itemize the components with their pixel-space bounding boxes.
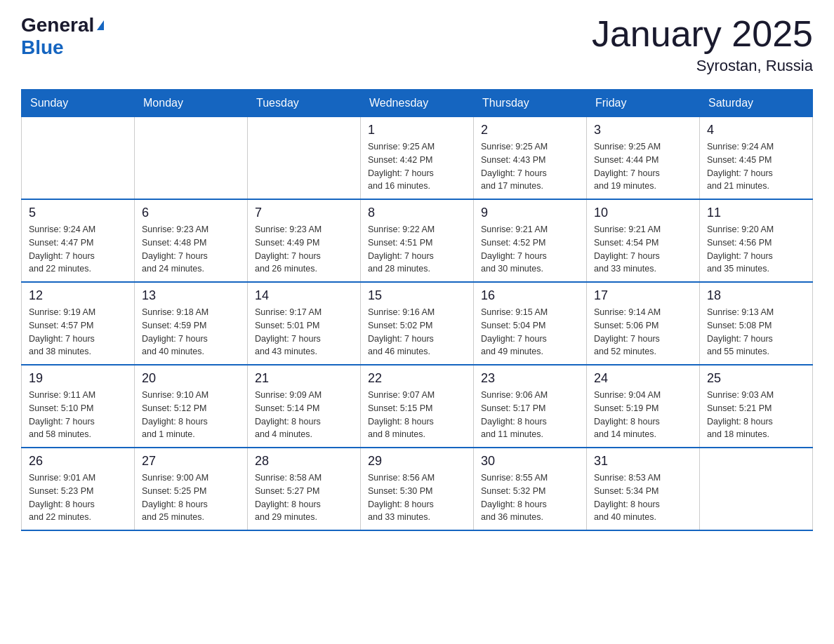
day-number: 14	[255, 288, 353, 303]
calendar-cell: 26Sunrise: 9:01 AM Sunset: 5:23 PM Dayli…	[22, 448, 135, 530]
day-info: Sunrise: 9:04 AM Sunset: 5:19 PM Dayligh…	[594, 389, 692, 441]
calendar-title: January 2025	[592, 14, 813, 54]
title-section: January 2025 Syrostan, Russia	[592, 14, 813, 75]
day-number: 21	[255, 371, 353, 386]
calendar-cell: 11Sunrise: 9:20 AM Sunset: 4:56 PM Dayli…	[700, 199, 813, 282]
day-number: 13	[142, 288, 240, 303]
day-info: Sunrise: 9:21 AM Sunset: 4:54 PM Dayligh…	[594, 223, 692, 276]
day-number: 28	[255, 454, 353, 469]
header-sunday: Sunday	[22, 90, 135, 117]
week-row-3: 12Sunrise: 9:19 AM Sunset: 4:57 PM Dayli…	[22, 282, 813, 365]
day-number: 26	[29, 454, 127, 469]
day-number: 16	[481, 288, 579, 303]
calendar-cell: 16Sunrise: 9:15 AM Sunset: 5:04 PM Dayli…	[474, 282, 587, 365]
day-info: Sunrise: 9:25 AM Sunset: 4:42 PM Dayligh…	[368, 140, 466, 193]
calendar-header-row: SundayMondayTuesdayWednesdayThursdayFrid…	[22, 90, 813, 117]
calendar-cell: 10Sunrise: 9:21 AM Sunset: 4:54 PM Dayli…	[587, 199, 700, 282]
day-number: 20	[142, 371, 240, 386]
calendar-cell: 3Sunrise: 9:25 AM Sunset: 4:44 PM Daylig…	[587, 117, 700, 200]
day-info: Sunrise: 9:16 AM Sunset: 5:02 PM Dayligh…	[368, 306, 466, 358]
calendar-cell: 15Sunrise: 9:16 AM Sunset: 5:02 PM Dayli…	[361, 282, 474, 365]
day-info: Sunrise: 9:03 AM Sunset: 5:21 PM Dayligh…	[707, 389, 805, 441]
week-row-2: 5Sunrise: 9:24 AM Sunset: 4:47 PM Daylig…	[22, 199, 813, 282]
calendar-cell: 29Sunrise: 8:56 AM Sunset: 5:30 PM Dayli…	[361, 448, 474, 530]
day-info: Sunrise: 9:13 AM Sunset: 5:08 PM Dayligh…	[707, 306, 805, 358]
calendar-cell: 8Sunrise: 9:22 AM Sunset: 4:51 PM Daylig…	[361, 199, 474, 282]
calendar-table: SundayMondayTuesdayWednesdayThursdayFrid…	[21, 89, 813, 531]
day-info: Sunrise: 9:14 AM Sunset: 5:06 PM Dayligh…	[594, 306, 692, 358]
logo-general-text: General	[21, 14, 94, 36]
day-number: 4	[707, 123, 805, 137]
calendar-cell: 28Sunrise: 8:58 AM Sunset: 5:27 PM Dayli…	[248, 448, 361, 530]
day-number: 24	[594, 371, 692, 386]
calendar-cell: 31Sunrise: 8:53 AM Sunset: 5:34 PM Dayli…	[587, 448, 700, 530]
day-number: 11	[707, 206, 805, 220]
calendar-cell: 4Sunrise: 9:24 AM Sunset: 4:45 PM Daylig…	[700, 117, 813, 200]
day-info: Sunrise: 9:17 AM Sunset: 5:01 PM Dayligh…	[255, 306, 353, 358]
day-number: 6	[142, 206, 240, 220]
calendar-cell	[700, 448, 813, 530]
day-info: Sunrise: 9:01 AM Sunset: 5:23 PM Dayligh…	[29, 471, 127, 524]
calendar-cell: 7Sunrise: 9:23 AM Sunset: 4:49 PM Daylig…	[248, 199, 361, 282]
calendar-cell: 17Sunrise: 9:14 AM Sunset: 5:06 PM Dayli…	[587, 282, 700, 365]
header-tuesday: Tuesday	[248, 90, 361, 117]
day-info: Sunrise: 9:15 AM Sunset: 5:04 PM Dayligh…	[481, 306, 579, 358]
logo-blue-text: Blue	[21, 36, 104, 59]
calendar-cell: 12Sunrise: 9:19 AM Sunset: 4:57 PM Dayli…	[22, 282, 135, 365]
week-row-4: 19Sunrise: 9:11 AM Sunset: 5:10 PM Dayli…	[22, 365, 813, 448]
day-number: 18	[707, 288, 805, 303]
day-number: 30	[481, 454, 579, 469]
day-number: 2	[481, 123, 579, 137]
calendar-cell: 20Sunrise: 9:10 AM Sunset: 5:12 PM Dayli…	[135, 365, 248, 448]
calendar-cell: 6Sunrise: 9:23 AM Sunset: 4:48 PM Daylig…	[135, 199, 248, 282]
header-monday: Monday	[135, 90, 248, 117]
calendar-cell	[248, 117, 361, 200]
day-number: 7	[255, 206, 353, 220]
calendar-cell: 9Sunrise: 9:21 AM Sunset: 4:52 PM Daylig…	[474, 199, 587, 282]
day-number: 10	[594, 206, 692, 220]
day-info: Sunrise: 9:00 AM Sunset: 5:25 PM Dayligh…	[142, 471, 240, 524]
day-info: Sunrise: 9:11 AM Sunset: 5:10 PM Dayligh…	[29, 389, 127, 441]
header-friday: Friday	[587, 90, 700, 117]
day-number: 23	[481, 371, 579, 386]
day-number: 19	[29, 371, 127, 386]
day-info: Sunrise: 9:06 AM Sunset: 5:17 PM Dayligh…	[481, 389, 579, 441]
calendar-cell: 21Sunrise: 9:09 AM Sunset: 5:14 PM Dayli…	[248, 365, 361, 448]
header-thursday: Thursday	[474, 90, 587, 117]
day-info: Sunrise: 9:25 AM Sunset: 4:44 PM Dayligh…	[594, 140, 692, 193]
day-number: 5	[29, 206, 127, 220]
calendar-cell: 2Sunrise: 9:25 AM Sunset: 4:43 PM Daylig…	[474, 117, 587, 200]
week-row-1: 1Sunrise: 9:25 AM Sunset: 4:42 PM Daylig…	[22, 117, 813, 200]
day-info: Sunrise: 9:21 AM Sunset: 4:52 PM Dayligh…	[481, 223, 579, 276]
week-row-5: 26Sunrise: 9:01 AM Sunset: 5:23 PM Dayli…	[22, 448, 813, 530]
day-info: Sunrise: 8:55 AM Sunset: 5:32 PM Dayligh…	[481, 471, 579, 524]
logo-triangle-icon	[97, 20, 104, 30]
day-info: Sunrise: 9:22 AM Sunset: 4:51 PM Dayligh…	[368, 223, 466, 276]
day-info: Sunrise: 9:23 AM Sunset: 4:49 PM Dayligh…	[255, 223, 353, 276]
day-info: Sunrise: 9:23 AM Sunset: 4:48 PM Dayligh…	[142, 223, 240, 276]
calendar-cell: 19Sunrise: 9:11 AM Sunset: 5:10 PM Dayli…	[22, 365, 135, 448]
day-number: 15	[368, 288, 466, 303]
day-info: Sunrise: 9:25 AM Sunset: 4:43 PM Dayligh…	[481, 140, 579, 193]
day-number: 17	[594, 288, 692, 303]
calendar-cell: 30Sunrise: 8:55 AM Sunset: 5:32 PM Dayli…	[474, 448, 587, 530]
header-saturday: Saturday	[700, 90, 813, 117]
day-number: 22	[368, 371, 466, 386]
day-info: Sunrise: 8:58 AM Sunset: 5:27 PM Dayligh…	[255, 471, 353, 524]
calendar-subtitle: Syrostan, Russia	[592, 57, 813, 75]
day-number: 8	[368, 206, 466, 220]
calendar-cell: 18Sunrise: 9:13 AM Sunset: 5:08 PM Dayli…	[700, 282, 813, 365]
day-number: 31	[594, 454, 692, 469]
day-number: 29	[368, 454, 466, 469]
calendar-cell: 13Sunrise: 9:18 AM Sunset: 4:59 PM Dayli…	[135, 282, 248, 365]
day-number: 1	[368, 123, 466, 137]
day-info: Sunrise: 9:24 AM Sunset: 4:47 PM Dayligh…	[29, 223, 127, 276]
day-info: Sunrise: 8:56 AM Sunset: 5:30 PM Dayligh…	[368, 471, 466, 524]
day-number: 25	[707, 371, 805, 386]
day-number: 12	[29, 288, 127, 303]
day-number: 3	[594, 123, 692, 137]
calendar-cell: 25Sunrise: 9:03 AM Sunset: 5:21 PM Dayli…	[700, 365, 813, 448]
day-info: Sunrise: 8:53 AM Sunset: 5:34 PM Dayligh…	[594, 471, 692, 524]
day-info: Sunrise: 9:10 AM Sunset: 5:12 PM Dayligh…	[142, 389, 240, 441]
logo: General Blue	[21, 14, 104, 59]
